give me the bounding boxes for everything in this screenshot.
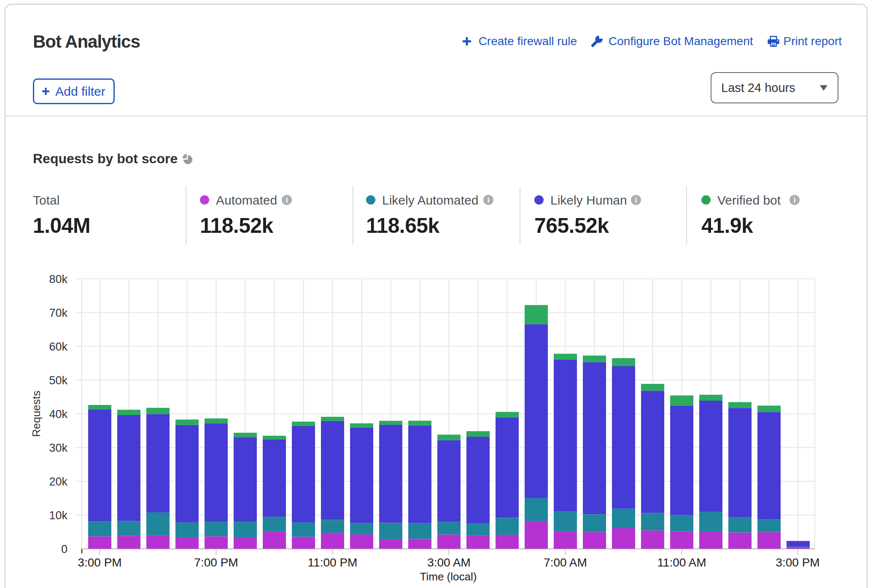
svg-text:3:00 AM: 3:00 AM bbox=[427, 556, 471, 569]
svg-text:3:00 PM: 3:00 PM bbox=[776, 556, 819, 569]
svg-text:60k: 60k bbox=[49, 340, 67, 353]
svg-text:40k: 40k bbox=[49, 408, 67, 421]
svg-text:11:00 PM: 11:00 PM bbox=[308, 556, 358, 569]
svg-text:11:00 AM: 11:00 AM bbox=[657, 556, 706, 569]
svg-text:3:00 PM: 3:00 PM bbox=[78, 556, 121, 569]
svg-text:30k: 30k bbox=[49, 442, 67, 454]
svg-text:Requests: Requests bbox=[30, 391, 43, 437]
svg-text:10k: 10k bbox=[49, 509, 67, 522]
svg-text:20k: 20k bbox=[49, 475, 67, 488]
svg-text:50k: 50k bbox=[49, 374, 67, 387]
svg-text:7:00 PM: 7:00 PM bbox=[194, 556, 238, 569]
svg-text:7:00 AM: 7:00 AM bbox=[544, 556, 587, 569]
svg-text:0: 0 bbox=[61, 543, 67, 556]
svg-text:70k: 70k bbox=[49, 307, 67, 319]
svg-text:80k: 80k bbox=[49, 273, 67, 286]
svg-text:Time (local): Time (local) bbox=[420, 570, 477, 583]
